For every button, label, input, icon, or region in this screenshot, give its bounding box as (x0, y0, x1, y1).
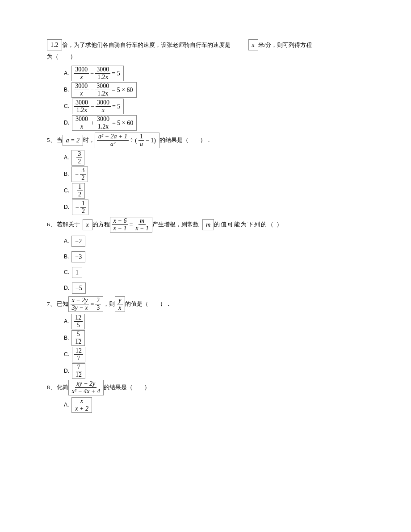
q5d-expr: −12 (72, 200, 88, 215)
q7-stem: 7、 已知 x − 2y3y − x = 23 ，则 yx 的值是（ ）． (47, 296, 366, 312)
intro-text3: 为（ ） (47, 52, 76, 61)
option-label: C. (64, 350, 69, 358)
q6-option-c[interactable]: C. 1 (47, 267, 366, 278)
q5-expr: a² − 2a + 1a² ÷ ( 1a − 1) (95, 133, 159, 148)
option-label: B. (64, 334, 69, 342)
option-label: B. (64, 170, 69, 178)
q6a-expr: −2 (71, 236, 85, 247)
q7-t2: ，则 (103, 299, 115, 308)
q5b-expr: −32 (71, 166, 88, 182)
option-label: C. (64, 268, 69, 276)
q4-option-b[interactable]: B. 3000x − 30001.2x = 5 × 60 (47, 82, 366, 98)
q6-number: 6、 (47, 220, 56, 229)
intro-text1: 倍，为了求他们各自骑自行车的速度，设张老师骑自行车的速度是 (62, 41, 231, 50)
q7-t3: 的值是（ ）． (125, 299, 172, 308)
q7-option-a[interactable]: A. 125 (47, 314, 366, 329)
q7b-expr: 512 (71, 330, 85, 346)
q5c-expr: 12 (72, 183, 85, 199)
q5-t2: 时， (83, 136, 95, 145)
q7-option-b[interactable]: B. 512 (47, 330, 366, 346)
q4b-expr: 3000x − 30001.2x = 5 × 60 (71, 82, 136, 98)
q8-expr: xy − 2yx² − 4x + 4 (68, 380, 104, 395)
intro-prefix: 1.2 (47, 39, 62, 50)
q4-intro-line2: 为（ ） (47, 52, 366, 61)
q4d-expr: 3000x + 30001.2x = 5 × 60 (72, 115, 137, 131)
q6b-expr: −3 (71, 251, 85, 262)
q4-option-d[interactable]: D. 3000x + 30001.2x = 5 × 60 (47, 115, 366, 131)
option-label: B. (64, 253, 69, 261)
q7-yx: yx (115, 296, 125, 312)
q5-stem: 5、 当 a = 2 时， a² − 2a + 1a² ÷ ( 1a − 1) … (47, 133, 366, 148)
option-label: A. (64, 317, 69, 325)
option-label: A. (64, 237, 69, 245)
q6c-expr: 1 (72, 267, 82, 278)
q6-eqn: x − 6x − 1 = mx − 1 (110, 217, 152, 233)
q4c-expr: 30001.2x − 3000x = 5 (72, 99, 124, 114)
q4-option-c[interactable]: C. 30001.2x − 3000x = 5 (47, 99, 366, 114)
option-label: D. (64, 203, 69, 211)
q5a-expr: 32 (71, 150, 84, 166)
q5-option-a[interactable]: A. 32 (47, 150, 366, 166)
q8-t1: 化简 (57, 383, 68, 392)
q7-option-c[interactable]: C. 127 (47, 347, 366, 362)
option-label: D. (64, 284, 69, 292)
q4a-expr: 3000x − 30001.2x = 5 (71, 66, 123, 81)
q6d-expr: −5 (72, 283, 86, 294)
q5-option-b[interactable]: B. −32 (47, 166, 366, 182)
q6-var2: m (202, 219, 214, 230)
q8a-expr: xx + 2 (71, 397, 92, 413)
option-label: D. (64, 367, 69, 375)
q4-option-a[interactable]: A. 3000x − 30001.2x = 5 (47, 66, 366, 81)
q5-t3: 的结果是（ ）． (159, 136, 212, 145)
q6-t3: 产生增根，则常数 (152, 220, 199, 229)
q5-option-d[interactable]: D. −12 (47, 200, 366, 215)
intro-var: x (248, 39, 258, 50)
q6-option-b[interactable]: B. −3 (47, 251, 366, 262)
option-label: A. (64, 401, 69, 409)
option-label: D. (64, 119, 69, 127)
intro-text2: 米/分，则可列得方程 (258, 41, 312, 50)
q7a-expr: 125 (71, 314, 85, 329)
q6-t1: 若解关于 (57, 220, 80, 229)
q7c-expr: 127 (72, 347, 85, 362)
q7-eqn: x − 2y3y − x = 23 (68, 296, 104, 312)
q6-option-d[interactable]: D. −5 (47, 283, 366, 294)
q6-t4: 的值可能为下列的（ ） (214, 220, 283, 229)
q8-number: 8、 (47, 383, 56, 392)
q6-var1: x (83, 219, 92, 230)
q6-stem: 6、 若解关于 x 的方程 x − 6x − 1 = mx − 1 产生增根，则… (47, 217, 366, 233)
q4-intro-line1: 1.2 倍，为了求他们各自骑自行车的速度，设张老师骑自行车的速度是 x 米/分，… (47, 39, 366, 50)
q6-t2: 的方程 (92, 220, 110, 229)
option-label: A. (64, 69, 69, 77)
q8-option-a[interactable]: A. xx + 2 (47, 397, 366, 413)
q5-cond: a = 2 (63, 135, 83, 146)
q5-number: 5、 (47, 136, 56, 145)
q7d-expr: 712 (72, 363, 85, 379)
q5-option-c[interactable]: C. 12 (47, 183, 366, 199)
q5-t1: 当 (57, 136, 63, 145)
option-label: A. (64, 154, 69, 162)
q8-t2: 的结果是（ ） (104, 383, 150, 392)
q8-stem: 8、 化简 xy − 2yx² − 4x + 4 的结果是（ ） (47, 380, 366, 395)
q7-t1: 已知 (57, 299, 68, 308)
option-label: B. (64, 86, 69, 94)
option-label: C. (64, 102, 69, 110)
q7-number: 7、 (47, 299, 56, 308)
option-label: C. (64, 187, 69, 195)
q6-option-a[interactable]: A. −2 (47, 236, 366, 247)
q7-option-d[interactable]: D. 712 (47, 363, 366, 379)
